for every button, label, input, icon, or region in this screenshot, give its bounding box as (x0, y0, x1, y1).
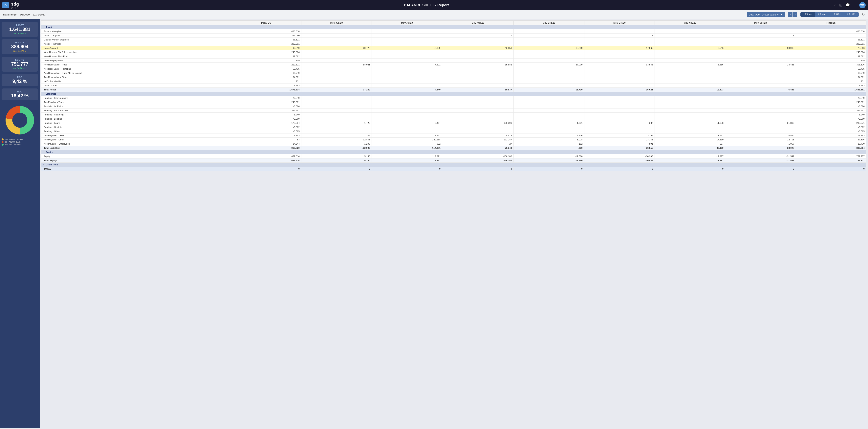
table-row: Acc Receivable - Factoring-50.435-50.435 (41, 67, 866, 71)
cell-8: 16.749 (796, 71, 866, 75)
chat-icon[interactable]: 💬 (845, 3, 850, 7)
datatype-selector[interactable]: Data type Group Value ▼ (747, 12, 785, 17)
cell-7 (725, 67, 796, 71)
metric-card-asset: ASSET1.641.381Var. 4,44% ↗ (2, 22, 38, 37)
layout-icon[interactable]: ⊞ (839, 3, 842, 7)
table-row: Asset - Financial200.801200.801 (41, 42, 866, 46)
col-header-0 (41, 21, 231, 25)
section-toggle[interactable]: − (43, 93, 45, 95)
total-cell-0: -657.814 (231, 159, 301, 163)
cell-4 (514, 38, 584, 42)
cell-5: 17.965 (584, 46, 655, 50)
cell-5 (584, 75, 655, 79)
cell-8: 66.321 (796, 38, 866, 42)
total-cell-2: 0 (372, 167, 442, 171)
cell-1 (301, 50, 372, 54)
legend-item: 23% 751.777 Equity (2, 141, 38, 143)
entity-tab-leitaly[interactable]: LE Italy (800, 12, 815, 17)
cell-3 (442, 117, 514, 121)
entity-tab-leus2[interactable]: LE US2 (844, 12, 859, 17)
cell-1 (301, 84, 372, 88)
table-row: Funding - Factoring-1.249-1.249 (41, 113, 866, 117)
row-name: Advance payments (41, 58, 231, 63)
total-cell-6: 30.100 (655, 146, 725, 150)
entity-tab-leus1[interactable]: LE US1 (829, 12, 844, 17)
row-name: VAT - Receivable (41, 79, 231, 84)
menu-icon[interactable]: ☰ (853, 3, 856, 7)
entity-tabs: LE ItalyLE HunLE US1LE US2 (800, 12, 859, 17)
cell-8: 428.318 (796, 29, 866, 33)
cell-7: 21.816 (725, 121, 796, 125)
total-cell-3: 76.343 (442, 146, 514, 150)
row-name: Asset - Intangible (41, 29, 231, 33)
cell-1: -5.150 (301, 154, 372, 159)
cell-2 (372, 38, 442, 42)
groupvalue-select[interactable]: Group Value (761, 13, 779, 16)
cell-5 (584, 50, 655, 54)
cell-4 (514, 71, 584, 75)
cell-0: 731 (231, 79, 301, 84)
cell-1: -1.208 (301, 142, 372, 146)
cell-1 (301, 96, 372, 100)
page-title: BALANCE SHEET - Report (21, 3, 832, 7)
cell-5: -33.585 (584, 63, 655, 67)
cell-4 (514, 100, 584, 104)
total-cell-4: -11.380 (514, 159, 584, 163)
cell-3: -27 (442, 142, 514, 146)
row-name: Acc Payable - Other (41, 138, 231, 142)
cell-6 (655, 29, 725, 33)
total-cell-6: -12.103 (655, 88, 725, 92)
cell-8: -1.249 (796, 113, 866, 117)
cell-0: -22.549 (231, 96, 301, 100)
cell-8: 67.836 (796, 138, 866, 142)
pie-chart (4, 104, 36, 136)
metric-label-asset: ASSET (4, 24, 36, 26)
metric-card-roe: ROE18,42 % (2, 88, 38, 101)
total-cell-0: -913.820 (231, 146, 301, 150)
cell-5 (584, 29, 655, 33)
cell-2: 7.501 (372, 63, 442, 67)
total-cell-7: -6.486 (725, 88, 796, 92)
logo-sdg: sdg group (11, 2, 19, 8)
cell-3 (442, 113, 514, 117)
prev-arrow[interactable]: ‹ (788, 12, 793, 17)
cell-2 (372, 109, 442, 113)
cell-6 (655, 42, 725, 46)
cell-1 (301, 58, 372, 63)
cell-8: -238.971 (796, 121, 866, 125)
cell-3 (442, 29, 514, 33)
cell-1 (301, 38, 372, 42)
cell-7 (725, 58, 796, 63)
cell-6: -6.546 (655, 46, 725, 50)
next-arrow[interactable]: › (793, 12, 797, 17)
cell-6 (655, 38, 725, 42)
entity-tab-lehun[interactable]: LE Hun (815, 12, 829, 17)
home-icon[interactable]: ⌂ (834, 3, 836, 7)
refresh-icon[interactable]: ↻ (862, 12, 865, 17)
row-name: Funding - Liquidity (41, 125, 231, 129)
cell-2 (372, 117, 442, 121)
row-name: Acc Payable - Employees (41, 142, 231, 146)
table-row: VAT - Receivable731731 (41, 79, 866, 84)
section-toggle[interactable]: − (43, 26, 45, 28)
total-cell-4: 0 (514, 167, 584, 171)
total-cell-5: 26.555 (584, 146, 655, 150)
cell-2 (372, 104, 442, 109)
table-row: Provision for Risks-6.596-6.596 (41, 104, 866, 109)
row-name: Funding - Factoring (41, 113, 231, 117)
total-cell-7: -31.542 (725, 159, 796, 163)
section-row-liabilities: − Liabilities (41, 92, 866, 96)
total-cell-6: 0 (655, 167, 725, 171)
cell-0: -657.814 (231, 154, 301, 159)
table-row: Asset - Other1.9831.983 (41, 84, 866, 88)
total-cell-2: -4.840 (372, 88, 442, 92)
section-toggle[interactable]: − (43, 151, 45, 153)
total-cell-1: 0 (301, 167, 372, 171)
filterbar: Data range 6/8/2020 – 12/31/2020 Data ty… (0, 10, 868, 19)
metric-value-ros: 9,42 % (4, 79, 36, 84)
section-toggle[interactable]: − (43, 164, 45, 166)
avatar[interactable]: WE (859, 2, 866, 8)
cell-3 (442, 100, 514, 104)
cell-6: -5.556 (655, 63, 725, 67)
legend-item: 50% 1.641.381 Asset (2, 144, 38, 146)
